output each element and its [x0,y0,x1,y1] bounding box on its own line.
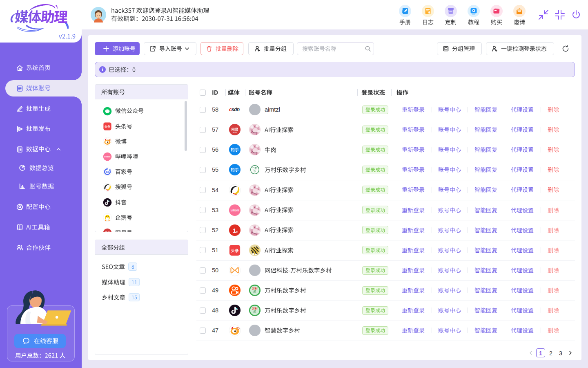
svg-text:bilibili: bilibili [231,209,239,212]
svg-text:NEWS: NEWS [233,132,237,133]
svg-text:csdn: csdn [229,107,240,112]
svg-text:bilibili: bilibili [105,156,111,158]
svg-text:1: 1 [233,227,236,233]
